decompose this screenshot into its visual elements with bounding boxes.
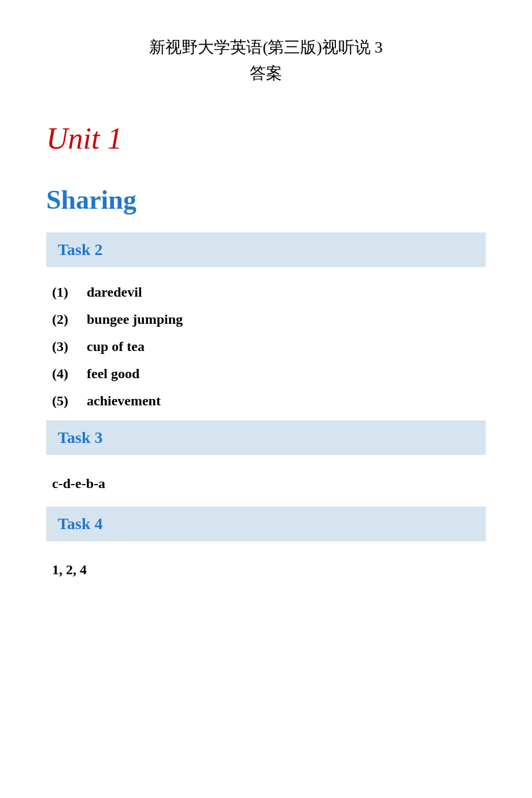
answer-number-4: (4) bbox=[52, 366, 75, 382]
page-title-main: 新视野大学英语(第三版)视听说 3 bbox=[46, 35, 486, 61]
answer-text-4: feel good bbox=[87, 366, 139, 382]
task2-answer-1: (1) daredevil bbox=[52, 279, 486, 306]
answer-number-1: (1) bbox=[52, 285, 75, 300]
task2-answer-5: (5) achievement bbox=[52, 387, 486, 415]
task4-answer: 1, 2, 4 bbox=[46, 553, 486, 587]
answer-text-2: bungee jumping bbox=[87, 312, 183, 327]
answer-number-2: (2) bbox=[52, 312, 75, 327]
task3-title: Task 3 bbox=[58, 428, 103, 446]
task4-header: Task 4 bbox=[46, 507, 486, 541]
page-header: 新视野大学英语(第三版)视听说 3 答案 bbox=[46, 35, 486, 87]
answer-number-3: (3) bbox=[52, 339, 75, 354]
answer-text-1: daredevil bbox=[87, 285, 142, 300]
answer-text-3: cup of tea bbox=[87, 339, 145, 354]
unit-label: Unit 1 bbox=[46, 121, 486, 156]
task3-header: Task 3 bbox=[46, 420, 486, 455]
sharing-title: Sharing bbox=[46, 184, 486, 215]
task4-title: Task 4 bbox=[58, 515, 103, 533]
answer-text-5: achievement bbox=[87, 393, 161, 409]
task2-answer-list: (1) daredevil (2) bungee jumping (3) cup… bbox=[46, 279, 486, 415]
task2-answer-3: (3) cup of tea bbox=[52, 333, 486, 360]
task2-title: Task 2 bbox=[58, 241, 103, 258]
page-title-sub: 答案 bbox=[46, 61, 486, 87]
task2-answer-2: (2) bungee jumping bbox=[52, 306, 486, 333]
task2-answer-4: (4) feel good bbox=[52, 360, 486, 387]
answer-number-5: (5) bbox=[52, 393, 75, 409]
task2-header: Task 2 bbox=[46, 232, 486, 267]
task3-answer: c-d-e-b-a bbox=[46, 467, 486, 501]
